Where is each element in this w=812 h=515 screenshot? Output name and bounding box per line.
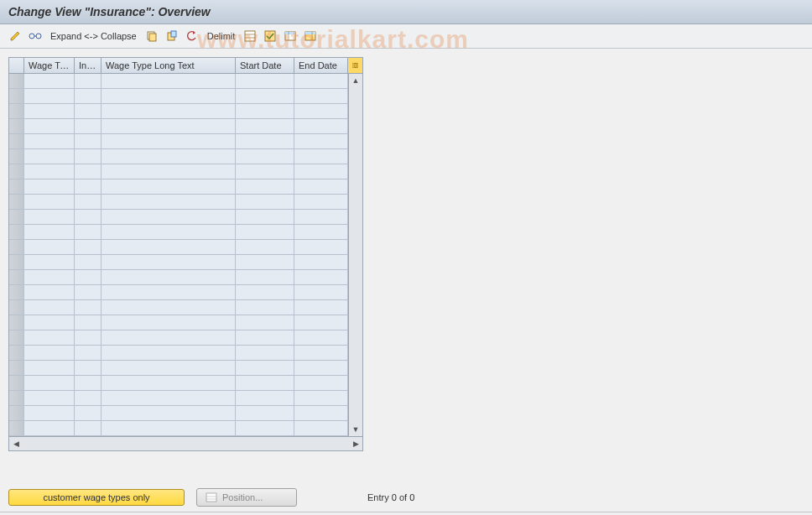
cell-wage-type[interactable] <box>24 300 75 315</box>
cell-wage-type[interactable] <box>24 361 75 376</box>
cell-end-date[interactable] <box>294 346 348 361</box>
column-info[interactable]: Inf... <box>75 58 102 73</box>
table-row[interactable] <box>9 255 348 270</box>
row-selector[interactable] <box>9 300 24 315</box>
scroll-down-icon[interactable]: ▼ <box>349 423 362 436</box>
cell-wage-type[interactable] <box>24 270 75 285</box>
cell-start-date[interactable] <box>236 119 294 134</box>
cell-end-date[interactable] <box>294 225 348 240</box>
cell-wage-type[interactable] <box>24 195 75 210</box>
cell-wage-type[interactable] <box>24 255 75 270</box>
cell-info[interactable] <box>75 119 102 134</box>
cell-info[interactable] <box>75 300 102 315</box>
cell-end-date[interactable] <box>294 119 348 134</box>
cell-wage-type[interactable] <box>24 421 75 436</box>
cell-wage-type[interactable] <box>24 315 75 330</box>
cell-end-date[interactable] <box>294 315 348 330</box>
cell-end-date[interactable] <box>294 255 348 270</box>
row-selector[interactable] <box>9 421 24 436</box>
cell-wage-type[interactable] <box>24 179 75 195</box>
cell-start-date[interactable] <box>236 104 294 119</box>
table-row[interactable] <box>9 285 348 300</box>
cell-long-text[interactable] <box>102 421 236 436</box>
cell-wage-type[interactable] <box>24 225 75 240</box>
cell-start-date[interactable] <box>236 149 294 164</box>
copy-icon[interactable] <box>143 28 160 44</box>
cell-wage-type[interactable] <box>24 134 75 149</box>
cell-info[interactable] <box>75 361 102 376</box>
cell-long-text[interactable] <box>102 149 236 164</box>
cell-start-date[interactable] <box>236 74 294 89</box>
table-row[interactable] <box>9 104 348 119</box>
edit-icon[interactable] <box>7 28 23 44</box>
cell-long-text[interactable] <box>102 134 236 149</box>
cell-long-text[interactable] <box>102 315 236 330</box>
cell-long-text[interactable] <box>102 119 236 134</box>
row-selector[interactable] <box>9 330 24 346</box>
row-selector[interactable] <box>9 74 24 89</box>
row-selector[interactable] <box>9 391 24 406</box>
cell-info[interactable] <box>75 225 102 240</box>
cell-info[interactable] <box>75 74 102 89</box>
cell-info[interactable] <box>75 210 102 225</box>
column-end-date[interactable]: End Date <box>294 58 348 73</box>
cell-info[interactable] <box>75 255 102 270</box>
column-wage-type[interactable]: Wage Ty... <box>24 58 75 73</box>
delimit-button[interactable]: Delimit <box>204 31 239 41</box>
row-selector[interactable] <box>9 195 24 210</box>
cell-start-date[interactable] <box>236 210 294 225</box>
cell-end-date[interactable] <box>294 195 348 210</box>
cell-long-text[interactable] <box>102 225 236 240</box>
table-row[interactable] <box>9 406 348 421</box>
cell-wage-type[interactable] <box>24 391 75 406</box>
cell-info[interactable] <box>75 346 102 361</box>
cell-start-date[interactable] <box>236 300 294 315</box>
cell-start-date[interactable] <box>236 225 294 240</box>
row-selector[interactable] <box>9 240 24 255</box>
table-row[interactable] <box>9 225 348 240</box>
cell-start-date[interactable] <box>236 421 294 436</box>
table-row[interactable] <box>9 149 348 164</box>
cell-start-date[interactable] <box>236 240 294 255</box>
cell-info[interactable] <box>75 164 102 179</box>
column-long-text[interactable]: Wage Type Long Text <box>102 58 236 73</box>
table-row[interactable] <box>9 315 348 330</box>
cell-end-date[interactable] <box>294 376 348 391</box>
row-selector[interactable] <box>9 225 24 240</box>
row-selector[interactable] <box>9 119 24 134</box>
row-selector[interactable] <box>9 104 24 119</box>
cell-long-text[interactable] <box>102 240 236 255</box>
table-row[interactable] <box>9 164 348 179</box>
cell-long-text[interactable] <box>102 74 236 89</box>
cell-end-date[interactable] <box>294 74 348 89</box>
row-selector[interactable] <box>9 346 24 361</box>
table-row[interactable] <box>9 346 348 361</box>
row-selector[interactable] <box>9 134 24 149</box>
row-selector[interactable] <box>9 406 24 421</box>
position-button[interactable]: Position... <box>196 488 297 507</box>
cell-start-date[interactable] <box>236 89 294 104</box>
select-all-icon[interactable] <box>242 28 258 44</box>
cell-wage-type[interactable] <box>24 240 75 255</box>
cell-start-date[interactable] <box>236 406 294 421</box>
row-selector[interactable] <box>9 89 24 104</box>
cell-long-text[interactable] <box>102 285 236 300</box>
cell-end-date[interactable] <box>294 179 348 195</box>
table-row[interactable] <box>9 270 348 285</box>
print-icon[interactable] <box>302 28 319 44</box>
cell-long-text[interactable] <box>102 270 236 285</box>
row-selector[interactable] <box>9 164 24 179</box>
table-row[interactable] <box>9 330 348 346</box>
table-row[interactable] <box>9 391 348 406</box>
cell-end-date[interactable] <box>294 300 348 315</box>
table-row[interactable] <box>9 240 348 255</box>
scroll-up-icon[interactable]: ▲ <box>349 74 362 87</box>
cell-info[interactable] <box>75 376 102 391</box>
cell-info[interactable] <box>75 315 102 330</box>
cell-info[interactable] <box>75 330 102 346</box>
cell-end-date[interactable] <box>294 104 348 119</box>
row-selector[interactable] <box>9 285 24 300</box>
cell-long-text[interactable] <box>102 195 236 210</box>
cell-wage-type[interactable] <box>24 330 75 346</box>
cell-end-date[interactable] <box>294 421 348 436</box>
